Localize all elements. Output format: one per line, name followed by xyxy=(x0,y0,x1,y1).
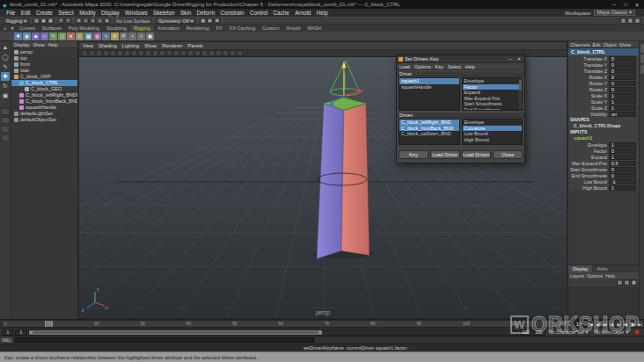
field-chart-icon[interactable] xyxy=(159,50,165,56)
channel-row[interactable]: Visibility on xyxy=(568,111,639,117)
shadows-icon[interactable] xyxy=(209,50,215,56)
safe-action-icon[interactable] xyxy=(166,50,172,56)
command-input[interactable] xyxy=(15,337,314,343)
shelf-tab[interactable]: FX xyxy=(213,25,226,32)
scrollbar[interactable] xyxy=(519,78,522,110)
shelf-tab[interactable]: Rigging xyxy=(130,25,154,32)
menu-item[interactable]: Help xyxy=(314,10,331,16)
driver-object-list[interactable]: squash1squashHandle xyxy=(399,77,460,111)
paint-select-tool[interactable]: ✎ xyxy=(1,62,10,71)
channel-row[interactable]: Max Expand Pos 0.5 xyxy=(568,160,639,166)
dialog-button[interactable]: Close xyxy=(493,150,523,159)
paint-skin-weights-icon[interactable]: ✎ xyxy=(49,33,57,40)
channel-value-field[interactable]: 1 xyxy=(609,99,636,105)
channel-value-field[interactable]: 1 xyxy=(609,105,636,111)
go-to-end-button[interactable]: ▶| xyxy=(636,320,644,328)
menu-item[interactable]: Edit xyxy=(18,10,33,16)
ipr-render-icon[interactable]: ▶ xyxy=(207,18,213,24)
menu-item[interactable]: Windows xyxy=(122,10,150,16)
dialog-button[interactable]: Key xyxy=(399,150,428,159)
image-plane-icon[interactable] xyxy=(110,50,116,56)
channel-value-field[interactable]: 0 xyxy=(609,69,636,74)
attribute-editor-tab-icon[interactable] xyxy=(640,54,644,63)
layout-four-pane-button[interactable] xyxy=(1,117,10,124)
outliner-item[interactable]: C_block_CTRL xyxy=(11,80,77,86)
bind-skin-icon[interactable]: ◆ xyxy=(32,33,40,40)
set-driven-key-icon[interactable]: K xyxy=(111,33,119,40)
channel-row[interactable]: Translate X 0 xyxy=(568,55,639,62)
outliner-item[interactable]: persp xyxy=(11,49,77,55)
channel-row[interactable]: Envelope 1 xyxy=(568,141,639,148)
scale-constraint-icon[interactable]: ▣ xyxy=(146,33,154,40)
outliner-item[interactable]: front xyxy=(11,62,77,68)
select-camera-icon[interactable] xyxy=(82,50,88,56)
grid-toggle-icon[interactable] xyxy=(131,50,137,56)
point-constraint-icon[interactable]: • xyxy=(128,33,136,40)
layer-editor-tab[interactable]: Anim xyxy=(592,265,611,272)
no-live-surface-label[interactable]: No Live Surface xyxy=(114,18,151,24)
channel-row[interactable]: Scale Y 1 xyxy=(568,98,639,105)
layer-editor-menu[interactable]: Help xyxy=(605,273,615,279)
selected-object-name[interactable]: C_block_CTRL xyxy=(568,48,639,55)
dialog-title-bar[interactable]: Set Driven Key ─ ✕ xyxy=(397,55,524,63)
channel-box-toggle-icon[interactable]: ▨ xyxy=(634,18,640,24)
new-scene-icon[interactable]: ▤ xyxy=(33,18,40,24)
xray-icon[interactable] xyxy=(237,50,243,56)
dialog-button[interactable]: Load Driver xyxy=(430,150,460,159)
shape-node-name[interactable]: C_block_CTRLShape xyxy=(568,123,639,129)
list-item[interactable]: End Smoothness xyxy=(463,107,523,112)
channel-value-field[interactable]: 0 xyxy=(609,62,636,68)
menu-item[interactable]: Skeleton xyxy=(150,10,178,16)
time-slider[interactable]: 1102030405060708090100110120 10 |◀◀|◀•◀▶… xyxy=(0,319,644,328)
select-tool[interactable]: ▲ xyxy=(1,43,10,52)
range-slider-track[interactable] xyxy=(28,329,519,336)
channel-row[interactable]: Translate Z 0 xyxy=(568,68,639,74)
wrap-deformer-icon[interactable]: ◍ xyxy=(93,33,101,40)
channel-row[interactable]: Translate Y 0 xyxy=(568,62,639,68)
animation-end-field[interactable]: 200 xyxy=(533,329,545,336)
channel-value-field[interactable]: 0 xyxy=(609,173,636,178)
shelf-gear-icon[interactable]: ✱ xyxy=(9,25,16,32)
snap-to-grid-icon[interactable]: ⊞ xyxy=(76,18,82,24)
character-set-selector[interactable]: No Character Set ▾ xyxy=(546,329,591,335)
isolate-select-icon[interactable] xyxy=(230,50,236,56)
new-empty-layer-icon[interactable]: ▤ xyxy=(617,279,623,286)
new-layer-from-selected-icon[interactable]: ▥ xyxy=(624,279,630,286)
channel-box-menu[interactable]: Edit xyxy=(592,42,600,47)
menu-item[interactable]: Create xyxy=(33,10,55,16)
current-frame-field[interactable]: 10 xyxy=(571,320,587,328)
menu-item[interactable]: Display xyxy=(99,10,122,16)
open-scene-icon[interactable]: ▣ xyxy=(40,18,47,24)
channel-row[interactable]: Expand 1 xyxy=(568,154,639,160)
screen-ao-icon[interactable] xyxy=(216,50,222,56)
list-item[interactable]: C_block_upDown_BND xyxy=(399,131,459,137)
make-live-icon[interactable]: ◈ xyxy=(104,18,110,24)
minimize-button[interactable]: ─ xyxy=(610,2,618,7)
resolution-gate-icon[interactable] xyxy=(145,50,151,56)
layout-single-pane-button[interactable] xyxy=(1,108,10,115)
outliner-item[interactable]: C_block_leftRight_BNDHandle xyxy=(11,92,77,98)
film-gate-icon[interactable] xyxy=(138,50,144,56)
layer-editor-menu[interactable]: Options xyxy=(587,273,603,279)
use-lights-icon[interactable] xyxy=(201,50,208,56)
shelf-tab[interactable]: Curves xyxy=(16,25,39,32)
channel-value-field[interactable]: 0.5 xyxy=(609,161,636,166)
workspace-selector[interactable]: Workspace: Maya Classic▾ xyxy=(565,10,635,16)
menu-set-selector[interactable]: Rigging ▾ xyxy=(4,18,29,24)
column-mesh[interactable] xyxy=(317,98,370,259)
maximize-button[interactable]: □ xyxy=(621,2,630,7)
cluster-icon[interactable]: C xyxy=(76,33,84,40)
channel-value-field[interactable]: 1 xyxy=(609,93,636,98)
dialog-button[interactable]: Load Driven xyxy=(462,150,492,159)
input-node-name[interactable]: squash1 xyxy=(568,135,639,141)
channel-row[interactable]: Rotate Y 0 xyxy=(568,80,639,86)
channel-value-field[interactable]: on xyxy=(609,112,636,117)
grease-pencil-icon[interactable] xyxy=(124,50,130,56)
channel-row[interactable]: Start Smoothness 0 xyxy=(568,166,639,172)
render-view-icon[interactable]: ▩ xyxy=(200,18,206,24)
shelf-tab[interactable]: FX Caching xyxy=(226,25,259,32)
outliner-item[interactable]: C_block_GRP xyxy=(11,74,77,80)
orient-constraint-icon[interactable]: ○ xyxy=(137,33,145,40)
outliner-item[interactable]: C_block_GEO xyxy=(11,86,77,92)
outliner-item[interactable]: defaultLightSet xyxy=(11,111,77,117)
